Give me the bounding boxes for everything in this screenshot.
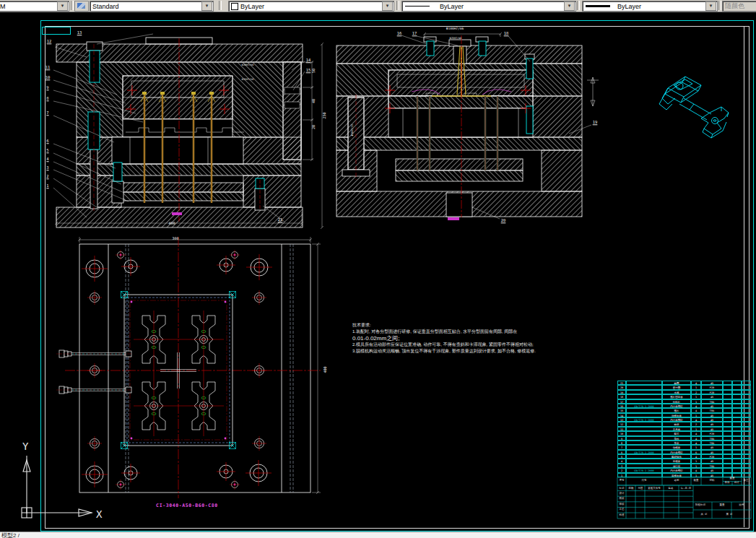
text-style-value: Standard <box>90 3 201 10</box>
bom-cell: 45 <box>701 473 723 477</box>
chevron-down-icon[interactable]: ▼ <box>705 1 716 11</box>
color-combo[interactable]: ByLayer ▼ <box>228 1 394 12</box>
bom-table: 21垫圈44520密封圈1P2019水嘴2P2018推杆固定板14517拉料杆1… <box>617 381 751 477</box>
ucs-icon: Y X <box>11 428 119 529</box>
technical-notes: 技术要求: 1.装配时, 对各分型面进行研修, 保证垂直分型面相互贴合, 水平分… <box>352 322 569 355</box>
chevron-down-icon[interactable]: ▼ <box>201 1 212 11</box>
drawing-canvas[interactable]: 21垫圈44520密封圈1P2019水嘴2P2018推杆固定板14517拉料杆1… <box>0 12 756 532</box>
bom-cell: 1 <box>691 473 701 477</box>
chevron-down-icon[interactable]: ▼ <box>382 1 393 11</box>
text-style-button[interactable] <box>74 1 89 12</box>
chevron-down-icon[interactable]: ▼ <box>564 1 575 11</box>
text-style-combo[interactable]: Standard ▼ <box>90 1 214 12</box>
linetype-sample <box>405 6 430 6</box>
part-3d-wireframe <box>646 66 737 149</box>
linetype-combo[interactable]: ByLayer ▼ <box>401 1 576 12</box>
linetype-value: ByLayer <box>430 3 563 10</box>
status-bar: 模型2 / <box>0 532 756 538</box>
dim-style-combo[interactable]: 5DIM ▼ <box>0 1 69 12</box>
toolbar-separator <box>718 1 721 10</box>
ucs-y-label: Y <box>22 441 29 452</box>
chevron-down-icon[interactable]: ▼ <box>57 1 68 11</box>
cad-application-window: 5DIM ▼ Standard ▼ ByLayer ▼ ByLayer ▼ By… <box>0 0 756 538</box>
toolbar-separator <box>577 1 580 10</box>
toolbar-separator <box>396 1 399 10</box>
color-value: ByLayer <box>238 3 381 10</box>
bom-cell: 定模座板 <box>662 473 691 477</box>
ucs-x-label: X <box>96 508 103 520</box>
bom-cell: 1 <box>617 473 626 477</box>
layout-tab-label[interactable]: 模型2 / <box>1 532 19 538</box>
notes-line: 3.脱模机构运动灵活顺畅, 顶出复位不得有干涉现象, 塑件质量达到设计要求, 如… <box>352 348 569 355</box>
bom-cell <box>742 473 751 477</box>
plot-style-combo: 随颜色 ▼ <box>722 1 756 12</box>
lineweight-combo[interactable]: ByLayer ▼ <box>582 1 718 12</box>
lineweight-sample <box>586 5 610 7</box>
toolbar-separator <box>219 1 222 10</box>
bom-cell <box>723 473 732 477</box>
notes-line: 1.装配时, 对各分型面进行研修, 保证垂直分型面相互贴合, 水平分型面留有间隙… <box>352 329 569 335</box>
notes-line: 0.01-0.02mm之间; <box>352 335 569 342</box>
front-section-view <box>45 25 330 227</box>
notes-title: 技术要求: <box>352 322 569 329</box>
color-swatch <box>231 3 238 10</box>
properties-toolbar: 5DIM ▼ Standard ▼ ByLayer ▼ ByLayer ▼ By… <box>0 0 756 12</box>
notes-line: 2.模具所有活动部件应保证位置准确, 动作可靠, 不得有歪斜和卡滞现象, 紧固零… <box>352 342 569 348</box>
cooling-fitting <box>56 350 131 394</box>
lineweight-value: ByLayer <box>610 3 705 10</box>
bom-cell <box>626 473 662 477</box>
dim-style-value: 5DIM <box>0 3 56 10</box>
side-section-view <box>331 25 612 224</box>
plot-style-value: 随颜色 <box>723 1 756 11</box>
bom-cell <box>732 473 742 477</box>
text-style-icon <box>77 3 85 9</box>
toolbar-separator <box>71 1 74 10</box>
